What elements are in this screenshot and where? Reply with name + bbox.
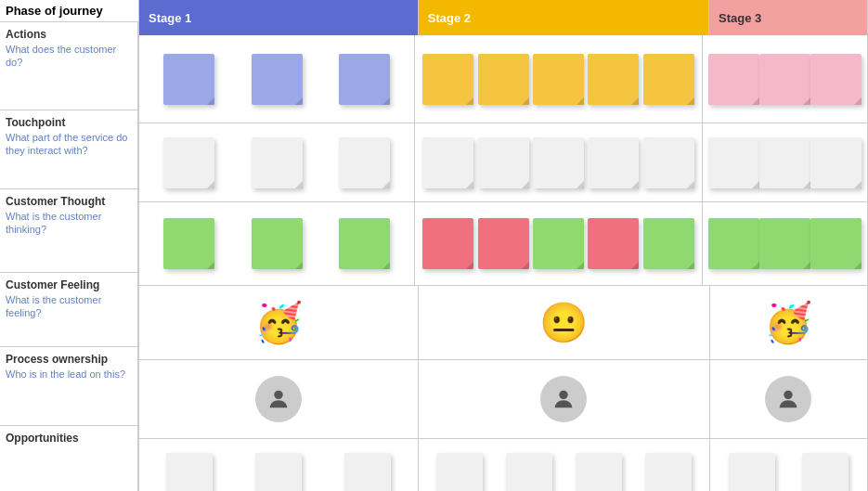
opportunities-data-row	[139, 439, 868, 491]
feeling-stage3: 🥳	[710, 286, 868, 359]
thought-stage2	[415, 202, 703, 285]
sticky-note[interactable]	[478, 137, 529, 188]
sticky-note[interactable]	[645, 453, 692, 491]
phase-of-journey-header: Phase of journey	[0, 0, 139, 22]
actions-stage2	[415, 35, 703, 123]
sticky-note[interactable]	[533, 54, 584, 105]
avatar-stage3[interactable]	[765, 376, 811, 422]
thought-left-row: Customer Thought What is the customer th…	[0, 189, 138, 273]
opportunities-left-row: Opportunities	[0, 426, 138, 491]
sticky-note[interactable]	[643, 218, 694, 269]
touchpoint-subtitle: What part of the service do they interac…	[6, 131, 132, 158]
sticky-note[interactable]	[533, 218, 584, 269]
right-panel: Stage 1 Stage 2 Stage 3	[139, 0, 868, 491]
sticky-note[interactable]	[344, 453, 391, 491]
opportunities-stage2	[419, 439, 710, 491]
sticky-note[interactable]	[802, 453, 849, 491]
sticky-note[interactable]	[422, 218, 473, 269]
sticky-note[interactable]	[255, 453, 302, 491]
ownership-left-row: Process ownership Who is in the lead on …	[0, 347, 138, 426]
sticky-note[interactable]	[708, 137, 759, 188]
actions-title: Actions	[6, 28, 132, 41]
actions-stage1	[139, 35, 415, 123]
sticky-note[interactable]	[533, 137, 584, 188]
sticky-note[interactable]	[708, 218, 759, 269]
actions-stage3	[703, 35, 868, 123]
ownership-stage2	[419, 360, 710, 438]
avatar-stage2[interactable]	[540, 376, 587, 422]
sticky-note[interactable]	[436, 453, 483, 491]
sticky-note[interactable]	[506, 453, 552, 491]
stage1-header: Stage 1	[139, 0, 419, 35]
sticky-note[interactable]	[163, 54, 214, 105]
sticky-note[interactable]	[252, 137, 303, 188]
sticky-note[interactable]	[759, 137, 810, 188]
left-panel: Phase of journey Actions What does the c…	[0, 0, 139, 491]
feeling-subtitle: What is the customer feeling?	[6, 293, 132, 320]
touchpoint-title: Touchpoint	[6, 116, 132, 129]
touchpoint-data-row	[139, 123, 868, 202]
svg-point-2	[784, 391, 793, 399]
sticky-note[interactable]	[588, 137, 639, 188]
sticky-note[interactable]	[810, 54, 862, 105]
opportunities-title: Opportunities	[6, 432, 132, 445]
ownership-title: Process ownership	[6, 353, 132, 366]
sticky-note[interactable]	[588, 218, 639, 269]
avatar-stage1[interactable]	[255, 376, 302, 422]
ownership-stage3	[710, 360, 868, 438]
stage-headers: Stage 1 Stage 2 Stage 3	[139, 0, 868, 35]
ownership-data-row	[139, 360, 868, 439]
svg-point-1	[560, 391, 568, 399]
sticky-note[interactable]	[643, 54, 694, 105]
phase-label: Phase of journey	[6, 4, 103, 18]
thought-title: Customer Thought	[6, 195, 132, 208]
ownership-stage1	[139, 360, 419, 438]
touchpoint-stage2	[415, 123, 703, 201]
thought-stage3	[703, 202, 868, 285]
main-container: Phase of journey Actions What does the c…	[0, 0, 868, 491]
sticky-note[interactable]	[759, 54, 810, 105]
thought-stage1	[139, 202, 415, 285]
sticky-note[interactable]	[810, 218, 862, 269]
thought-data-row	[139, 202, 868, 286]
sticky-note[interactable]	[163, 218, 214, 269]
thought-subtitle: What is the customer thinking?	[6, 210, 132, 237]
sticky-note[interactable]	[339, 137, 390, 188]
sticky-note[interactable]	[478, 54, 529, 105]
opportunities-stage3	[710, 439, 868, 491]
sticky-note[interactable]	[422, 137, 473, 188]
sticky-note[interactable]	[422, 54, 473, 105]
opportunities-stage1	[139, 439, 419, 491]
sticky-note[interactable]	[478, 218, 529, 269]
touchpoint-stage3	[703, 123, 868, 201]
sticky-note[interactable]	[252, 218, 303, 269]
actions-data-row	[139, 35, 868, 123]
feeling-emoji-stage3: 🥳	[764, 300, 812, 345]
feeling-data-row: 🥳 😐 🥳	[139, 286, 868, 360]
feeling-stage1: 🥳	[139, 286, 419, 359]
svg-point-0	[274, 391, 282, 399]
ownership-subtitle: Who is in the lead on this?	[6, 368, 132, 381]
sticky-note[interactable]	[810, 137, 862, 188]
sticky-note[interactable]	[339, 54, 390, 105]
sticky-note[interactable]	[166, 453, 213, 491]
feeling-emoji-stage2: 😐	[539, 300, 588, 345]
sticky-note[interactable]	[163, 137, 214, 188]
feeling-left-row: Customer Feeling What is the customer fe…	[0, 273, 138, 347]
sticky-note[interactable]	[643, 137, 694, 188]
feeling-stage2: 😐	[419, 286, 710, 359]
sticky-note[interactable]	[708, 54, 759, 105]
touchpoint-stage1	[139, 123, 415, 201]
sticky-note[interactable]	[252, 54, 303, 105]
touchpoint-left-row: Touchpoint What part of the service do t…	[0, 110, 138, 189]
stage2-header: Stage 2	[419, 0, 709, 35]
sticky-note[interactable]	[759, 218, 810, 269]
feeling-title: Customer Feeling	[6, 278, 132, 291]
sticky-note[interactable]	[339, 218, 390, 269]
sticky-note[interactable]	[576, 453, 622, 491]
actions-subtitle: What does the customer do?	[6, 43, 132, 70]
actions-left-row: Actions What does the customer do?	[0, 22, 138, 110]
sticky-note[interactable]	[729, 453, 775, 491]
sticky-note[interactable]	[588, 54, 639, 105]
stage3-header: Stage 3	[709, 0, 868, 35]
